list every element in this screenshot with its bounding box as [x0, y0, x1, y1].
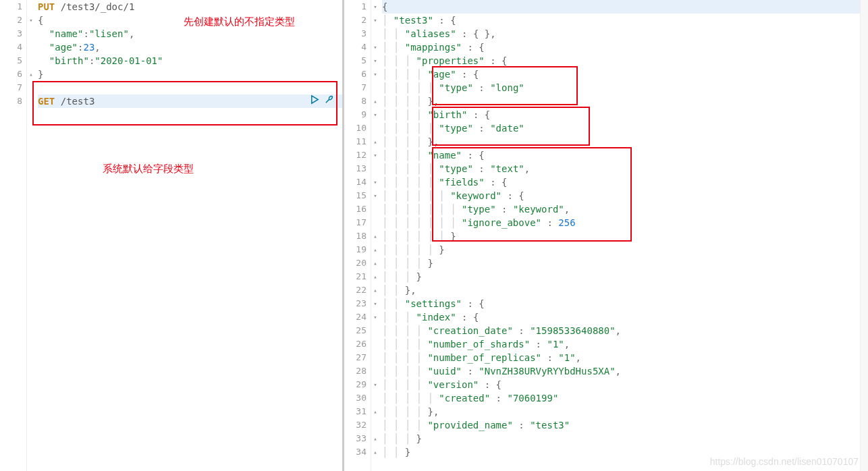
svg-marker-0: [312, 96, 318, 103]
request-editor-panel[interactable]: 12345678 ▾▴ 先创建默认的不指定类型 系统默认给字段类型 PUT /t…: [0, 0, 344, 471]
right-fold-gutter[interactable]: ▾▾▾▾▾▴▾▴▾▾▾▴▴▴▴▴▾▾▾▴▴▴: [371, 0, 379, 471]
run-query-icon[interactable]: [310, 94, 320, 108]
left-line-gutter: 12345678: [0, 0, 27, 471]
right-scrollbar[interactable]: [860, 0, 868, 471]
annotation-default-types: 系统默认给字段类型: [103, 162, 194, 175]
response-panel[interactable]: 1234567891011121314151617181920212223242…: [344, 0, 868, 471]
left-fold-gutter[interactable]: ▾▴: [27, 0, 35, 471]
annotation-create-default: 先创建默认的不指定类型: [184, 15, 295, 28]
left-code-area[interactable]: 先创建默认的不指定类型 系统默认给字段类型 PUT /test3/_doc/1{…: [35, 0, 342, 471]
watermark-text: https://blog.csdn.net/lisen01070107: [710, 456, 859, 467]
wrench-icon[interactable]: [324, 94, 334, 108]
right-line-gutter: 1234567891011121314151617181920212223242…: [344, 0, 371, 471]
right-code-area: {│ "test3" : {│ │ "aliases" : { },│ │ "m…: [379, 0, 860, 471]
